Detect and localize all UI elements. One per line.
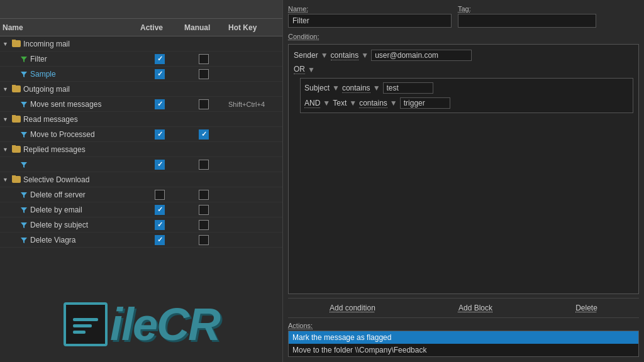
- manual-checkbox[interactable]: [199, 190, 209, 200]
- row-label: Filter: [30, 55, 47, 63]
- table-header: Name Active Manual Hot Key: [0, 19, 282, 36]
- active-cell[interactable]: [138, 54, 182, 64]
- condition-label: Condition:: [288, 33, 639, 40]
- active-cell[interactable]: [138, 160, 182, 170]
- table-row[interactable]: ▼ Replied messages: [0, 142, 282, 157]
- filter-icon: [20, 131, 28, 138]
- table-row[interactable]: [0, 157, 282, 172]
- or-logic[interactable]: OR: [294, 65, 305, 74]
- manual-cell[interactable]: [182, 99, 226, 109]
- table-row[interactable]: Move to Processed: [0, 127, 282, 142]
- active-cell[interactable]: [138, 69, 182, 79]
- active-cell[interactable]: [138, 235, 182, 245]
- add-condition-button[interactable]: Add condition: [323, 301, 382, 315]
- table-row[interactable]: Sample: [0, 67, 282, 82]
- active-checkbox[interactable]: [155, 220, 165, 230]
- manual-cell[interactable]: [182, 205, 226, 215]
- manual-checkbox[interactable]: [199, 54, 209, 64]
- subject-operator[interactable]: contains: [342, 84, 370, 93]
- table-row[interactable]: Delete Viagra: [0, 233, 282, 248]
- active-checkbox[interactable]: [155, 129, 165, 140]
- manual-cell[interactable]: [182, 235, 226, 245]
- name-input[interactable]: [288, 14, 452, 28]
- table-row[interactable]: Filter: [0, 52, 282, 67]
- table-row[interactable]: Delete by email: [0, 202, 282, 217]
- tag-input[interactable]: [458, 14, 596, 28]
- expand-arrow-icon: ▼: [3, 86, 8, 92]
- text-operator[interactable]: contains: [359, 99, 387, 108]
- filter-icon: [20, 101, 28, 108]
- action-item[interactable]: Move to the folder \\Company\Feedback: [289, 344, 638, 356]
- expand-arrow-icon: ▼: [3, 177, 8, 183]
- table-row[interactable]: Delete off server: [0, 187, 282, 202]
- subject-value-input[interactable]: [383, 82, 433, 94]
- active-checkbox[interactable]: [155, 205, 165, 215]
- tag-field-group: Tag:: [458, 5, 596, 28]
- active-checkbox[interactable]: [155, 190, 165, 200]
- active-cell[interactable]: [138, 190, 182, 200]
- manual-cell[interactable]: [182, 190, 226, 200]
- subject-condition-row: Subject ▼ contains ▼: [304, 82, 629, 94]
- active-checkbox[interactable]: [155, 54, 165, 64]
- row-label: Move sent messages: [30, 100, 101, 109]
- filter-icon: [20, 55, 28, 63]
- row-name: Filter: [0, 55, 138, 63]
- delete-button[interactable]: Delete: [569, 301, 604, 315]
- subject-keyword: Subject: [304, 84, 330, 92]
- table-row[interactable]: Delete by subject: [0, 217, 282, 233]
- table-row[interactable]: ▼ Outgoing mail: [0, 82, 282, 97]
- manual-checkbox[interactable]: [199, 220, 209, 230]
- table-row[interactable]: Move sent messages Shift+Ctrl+4: [0, 97, 282, 112]
- row-name: Delete off server: [0, 190, 138, 199]
- row-label: Replied messages: [23, 145, 86, 154]
- filter-icon: [20, 161, 28, 168]
- actions-section: Actions: Mark the message as flagged Mov…: [288, 322, 639, 357]
- main-container: Name Active Manual Hot Key ▼ Incoming ma…: [0, 0, 644, 362]
- expand-arrow-icon: ▼: [3, 41, 8, 47]
- folder-icon: [12, 116, 21, 123]
- active-checkbox[interactable]: [155, 160, 165, 170]
- manual-checkbox[interactable]: [199, 160, 209, 170]
- filter-icon: [20, 221, 28, 229]
- folder-icon: [12, 40, 21, 47]
- row-label: Delete by subject: [30, 221, 88, 229]
- sender-keyword: Sender: [294, 51, 318, 60]
- and-logic[interactable]: AND: [304, 99, 320, 108]
- left-panel: Name Active Manual Hot Key ▼ Incoming ma…: [0, 0, 283, 362]
- manual-cell[interactable]: [182, 54, 226, 64]
- manual-cell[interactable]: [182, 160, 226, 170]
- action-item[interactable]: Mark the message as flagged: [289, 331, 638, 344]
- manual-checkbox[interactable]: [199, 129, 209, 140]
- add-block-button[interactable]: Add Block: [452, 301, 499, 315]
- active-cell[interactable]: [138, 99, 182, 109]
- row-name: Delete by subject: [0, 221, 138, 229]
- col-name: Name: [0, 23, 138, 32]
- text-value-input[interactable]: [400, 97, 450, 109]
- sender-value-input[interactable]: [371, 50, 472, 61]
- manual-cell[interactable]: [182, 69, 226, 79]
- row-name: Move to Processed: [0, 130, 138, 139]
- row-name: ▼ Outgoing mail: [0, 85, 138, 94]
- active-checkbox[interactable]: [155, 69, 165, 79]
- col-active: Active: [138, 23, 182, 32]
- sender-operator[interactable]: contains: [331, 51, 359, 60]
- manual-checkbox[interactable]: [199, 205, 209, 215]
- manual-cell[interactable]: [182, 220, 226, 230]
- tag-label: Tag:: [458, 5, 596, 13]
- active-cell[interactable]: [138, 220, 182, 230]
- manual-checkbox[interactable]: [199, 99, 209, 109]
- active-checkbox[interactable]: [155, 235, 165, 245]
- filter-icon: [20, 206, 28, 214]
- active-checkbox[interactable]: [155, 99, 165, 109]
- table-row[interactable]: ▼ Incoming mail: [0, 36, 282, 52]
- table-row[interactable]: ▼ Selective Download: [0, 172, 282, 187]
- row-name: ▼ Selective Download: [0, 175, 138, 184]
- table-row[interactable]: ▼ Read messages: [0, 112, 282, 127]
- manual-checkbox[interactable]: [199, 69, 209, 79]
- active-cell[interactable]: [138, 205, 182, 215]
- or-logic-row: OR ▼: [294, 65, 633, 74]
- manual-cell[interactable]: [182, 129, 226, 140]
- manual-checkbox[interactable]: [199, 235, 209, 245]
- active-cell[interactable]: [138, 129, 182, 140]
- row-label: Read messages: [23, 115, 78, 124]
